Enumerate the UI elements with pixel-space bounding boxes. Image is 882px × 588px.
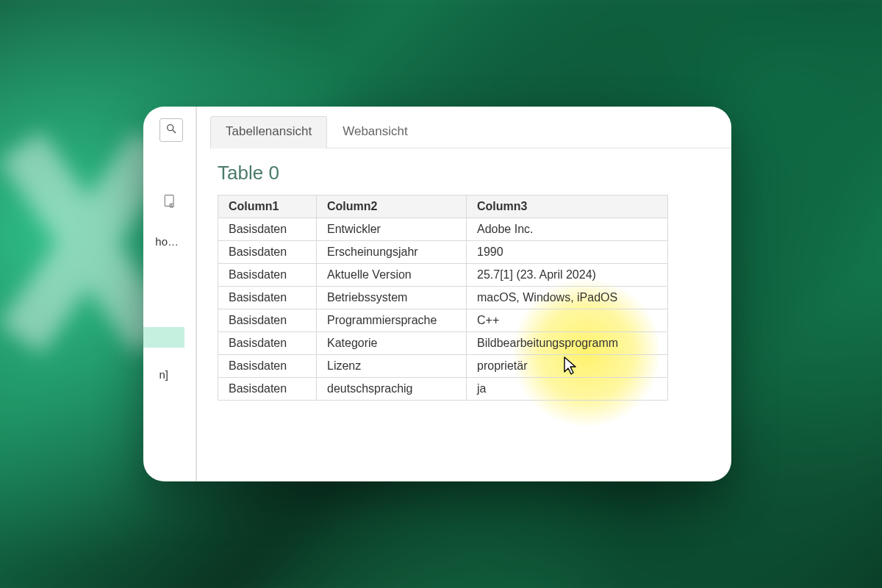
data-table[interactable]: Column1 Column2 Column3 Basisdaten Entwi… xyxy=(218,195,668,401)
sidebar-cut-label-2: n] xyxy=(143,368,168,381)
search-button[interactable] xyxy=(159,118,183,142)
cell[interactable]: Lizenz xyxy=(317,355,467,378)
svg-point-0 xyxy=(168,125,173,131)
sidebar-cut-label-1: ho… xyxy=(143,235,179,248)
sidebar: ho… n] xyxy=(143,107,196,481)
cell[interactable]: Basisdaten xyxy=(218,355,317,378)
tab-table-view-label: Tabellenansicht xyxy=(226,124,312,138)
refresh-page-icon[interactable] xyxy=(162,193,177,208)
table-row[interactable]: Basisdaten Erscheinungsjahr 1990 xyxy=(218,241,668,264)
cell[interactable]: C++ xyxy=(467,309,668,332)
cell[interactable]: Aktuelle Version xyxy=(317,264,467,287)
tab-bar: Tabellenansicht Webansicht xyxy=(210,115,731,148)
cell[interactable]: Erscheinungsjahr xyxy=(317,241,467,264)
cell[interactable]: Bildbearbeitungsprogramm xyxy=(467,332,668,355)
table-row[interactable]: Basisdaten Entwickler Adobe Inc. xyxy=(218,218,668,241)
svg-line-1 xyxy=(173,130,176,133)
cell[interactable]: Entwickler xyxy=(317,218,467,241)
tab-web-view[interactable]: Webansicht xyxy=(327,116,423,148)
cell[interactable]: ja xyxy=(467,378,668,401)
table-row[interactable]: Basisdaten Betriebssystem macOS, Windows… xyxy=(218,287,668,309)
tab-table-view[interactable]: Tabellenansicht xyxy=(210,116,327,148)
svg-rect-2 xyxy=(165,196,173,207)
cell[interactable]: Basisdaten xyxy=(218,309,317,332)
cell[interactable]: Programmiersprache xyxy=(317,309,467,332)
table-header-row: Column1 Column2 Column3 xyxy=(218,196,668,218)
col-header-3[interactable]: Column3 xyxy=(467,196,668,218)
search-icon xyxy=(165,123,177,137)
cell[interactable]: Betriebssystem xyxy=(317,287,467,309)
col-header-1[interactable]: Column1 xyxy=(218,196,317,218)
table-row[interactable]: Basisdaten Kategorie Bildbearbeitungspro… xyxy=(218,332,668,355)
cell[interactable]: deutschsprachig xyxy=(317,378,467,401)
cell[interactable]: macOS, Windows, iPadOS xyxy=(467,287,668,309)
tab-web-view-label: Webansicht xyxy=(343,124,408,138)
sidebar-selected-item[interactable] xyxy=(143,327,184,348)
col-header-2[interactable]: Column2 xyxy=(317,196,467,218)
cell[interactable]: Adobe Inc. xyxy=(467,218,668,241)
table-row[interactable]: Basisdaten Programmiersprache C++ xyxy=(218,309,668,332)
cell[interactable]: Kategorie xyxy=(317,332,467,355)
cell[interactable]: 1990 xyxy=(467,241,668,264)
table-title: Table 0 xyxy=(218,162,731,184)
table-row[interactable]: Basisdaten deutschsprachig ja xyxy=(218,378,668,401)
table-row[interactable]: Basisdaten Aktuelle Version 25.7[1] (23.… xyxy=(218,264,668,287)
cell[interactable]: Basisdaten xyxy=(218,378,317,401)
cell[interactable]: Basisdaten xyxy=(218,332,317,355)
cell[interactable]: Basisdaten xyxy=(218,218,317,241)
main-content: Tabellenansicht Webansicht Table 0 Colum… xyxy=(197,107,731,481)
table-row[interactable]: Basisdaten Lizenz proprietär xyxy=(218,355,668,378)
cell[interactable]: 25.7[1] (23. April 2024) xyxy=(467,264,668,287)
cell[interactable]: Basisdaten xyxy=(218,264,317,287)
cell[interactable]: proprietär xyxy=(467,355,668,378)
cell[interactable]: Basisdaten xyxy=(218,287,317,309)
app-window: ho… n] Tabellenansicht Webansicht Table … xyxy=(143,107,731,481)
cell[interactable]: Basisdaten xyxy=(218,241,317,264)
